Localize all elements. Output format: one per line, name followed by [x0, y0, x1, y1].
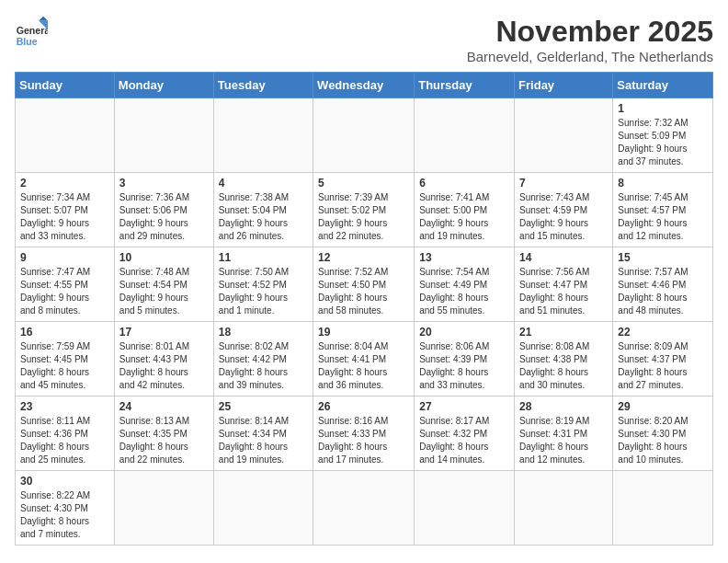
- week-row-6: 30Sunrise: 8:22 AM Sunset: 4:30 PM Dayli…: [16, 471, 713, 546]
- day-cell: 17Sunrise: 8:01 AM Sunset: 4:43 PM Dayli…: [114, 322, 213, 396]
- page-header: General Blue November 2025 Barneveld, Ge…: [15, 15, 713, 64]
- day-number: 16: [20, 326, 109, 339]
- day-cell: [415, 471, 515, 546]
- day-cell: [515, 98, 613, 173]
- day-cell: 22Sunrise: 8:09 AM Sunset: 4:37 PM Dayli…: [613, 322, 713, 396]
- day-info: Sunrise: 7:32 AM Sunset: 5:09 PM Dayligh…: [618, 117, 708, 168]
- day-cell: 7Sunrise: 7:43 AM Sunset: 4:59 PM Daylig…: [515, 173, 613, 247]
- day-number: 18: [219, 326, 308, 339]
- logo: General Blue: [15, 15, 48, 48]
- logo-icon: General Blue: [15, 15, 48, 48]
- day-cell: [613, 471, 713, 546]
- day-number: 13: [419, 251, 509, 264]
- day-cell: 11Sunrise: 7:50 AM Sunset: 4:52 PM Dayli…: [213, 247, 313, 322]
- day-cell: 14Sunrise: 7:56 AM Sunset: 4:47 PM Dayli…: [515, 247, 613, 322]
- day-info: Sunrise: 8:20 AM Sunset: 4:30 PM Dayligh…: [618, 415, 708, 466]
- weekday-header-sunday: Sunday: [16, 73, 115, 98]
- day-info: Sunrise: 8:02 AM Sunset: 4:42 PM Dayligh…: [219, 340, 308, 392]
- day-number: 11: [219, 251, 308, 264]
- week-row-5: 23Sunrise: 8:11 AM Sunset: 4:36 PM Dayli…: [16, 396, 713, 471]
- day-cell: 2Sunrise: 7:34 AM Sunset: 5:07 PM Daylig…: [16, 173, 115, 247]
- day-number: 1: [618, 102, 708, 115]
- day-cell: 5Sunrise: 7:39 AM Sunset: 5:02 PM Daylig…: [313, 173, 415, 247]
- week-row-4: 16Sunrise: 7:59 AM Sunset: 4:45 PM Dayli…: [16, 322, 713, 396]
- weekday-header-monday: Monday: [114, 73, 213, 98]
- day-number: 19: [318, 326, 409, 339]
- day-info: Sunrise: 8:17 AM Sunset: 4:32 PM Dayligh…: [419, 415, 509, 466]
- day-cell: 9Sunrise: 7:47 AM Sunset: 4:55 PM Daylig…: [16, 247, 115, 322]
- svg-marker-3: [39, 17, 48, 21]
- day-cell: 16Sunrise: 7:59 AM Sunset: 4:45 PM Dayli…: [16, 322, 115, 396]
- day-cell: 4Sunrise: 7:38 AM Sunset: 5:04 PM Daylig…: [213, 173, 313, 247]
- day-info: Sunrise: 8:22 AM Sunset: 4:30 PM Dayligh…: [20, 489, 109, 541]
- day-number: 25: [219, 400, 308, 413]
- day-cell: 28Sunrise: 8:19 AM Sunset: 4:31 PM Dayli…: [515, 396, 613, 471]
- day-number: 21: [519, 326, 608, 339]
- day-cell: 10Sunrise: 7:48 AM Sunset: 4:54 PM Dayli…: [114, 247, 213, 322]
- day-info: Sunrise: 8:19 AM Sunset: 4:31 PM Dayligh…: [519, 415, 608, 466]
- day-number: 4: [219, 177, 308, 190]
- day-cell: [515, 471, 613, 546]
- svg-text:General: General: [17, 25, 48, 36]
- day-number: 29: [618, 400, 708, 413]
- day-number: 3: [119, 177, 209, 190]
- title-block: November 2025 Barneveld, Gelderland, The…: [467, 15, 713, 64]
- day-cell: 1Sunrise: 7:32 AM Sunset: 5:09 PM Daylig…: [613, 98, 713, 173]
- day-info: Sunrise: 8:01 AM Sunset: 4:43 PM Dayligh…: [119, 340, 209, 392]
- day-info: Sunrise: 7:52 AM Sunset: 4:50 PM Dayligh…: [318, 266, 409, 317]
- day-info: Sunrise: 7:50 AM Sunset: 4:52 PM Dayligh…: [219, 266, 308, 317]
- day-info: Sunrise: 7:45 AM Sunset: 4:57 PM Dayligh…: [618, 191, 708, 243]
- day-cell: 8Sunrise: 7:45 AM Sunset: 4:57 PM Daylig…: [613, 173, 713, 247]
- day-info: Sunrise: 7:34 AM Sunset: 5:07 PM Dayligh…: [20, 191, 109, 243]
- day-cell: [16, 98, 115, 173]
- day-info: Sunrise: 8:13 AM Sunset: 4:35 PM Dayligh…: [119, 415, 209, 466]
- day-info: Sunrise: 7:48 AM Sunset: 4:54 PM Dayligh…: [119, 266, 209, 317]
- day-info: Sunrise: 8:04 AM Sunset: 4:41 PM Dayligh…: [318, 340, 409, 392]
- day-number: 2: [20, 177, 109, 190]
- weekday-header-tuesday: Tuesday: [213, 73, 313, 98]
- day-number: 8: [618, 177, 708, 190]
- day-cell: 3Sunrise: 7:36 AM Sunset: 5:06 PM Daylig…: [114, 173, 213, 247]
- day-cell: 13Sunrise: 7:54 AM Sunset: 4:49 PM Dayli…: [415, 247, 515, 322]
- location: Barneveld, Gelderland, The Netherlands: [467, 49, 713, 64]
- weekday-header-friday: Friday: [515, 73, 613, 98]
- day-cell: 27Sunrise: 8:17 AM Sunset: 4:32 PM Dayli…: [415, 396, 515, 471]
- day-number: 22: [618, 326, 708, 339]
- day-number: 15: [618, 251, 708, 264]
- day-info: Sunrise: 7:54 AM Sunset: 4:49 PM Dayligh…: [419, 266, 509, 317]
- day-cell: 29Sunrise: 8:20 AM Sunset: 4:30 PM Dayli…: [613, 396, 713, 471]
- day-info: Sunrise: 7:39 AM Sunset: 5:02 PM Dayligh…: [318, 191, 409, 243]
- week-row-2: 2Sunrise: 7:34 AM Sunset: 5:07 PM Daylig…: [16, 173, 713, 247]
- week-row-3: 9Sunrise: 7:47 AM Sunset: 4:55 PM Daylig…: [16, 247, 713, 322]
- day-number: 26: [318, 400, 409, 413]
- day-number: 10: [119, 251, 209, 264]
- day-number: 17: [119, 326, 209, 339]
- day-number: 27: [419, 400, 509, 413]
- day-cell: 15Sunrise: 7:57 AM Sunset: 4:46 PM Dayli…: [613, 247, 713, 322]
- day-cell: [114, 471, 213, 546]
- month-title: November 2025: [467, 15, 713, 49]
- day-info: Sunrise: 7:59 AM Sunset: 4:45 PM Dayligh…: [20, 340, 109, 392]
- day-cell: 19Sunrise: 8:04 AM Sunset: 4:41 PM Dayli…: [313, 322, 415, 396]
- weekday-header-wednesday: Wednesday: [313, 73, 415, 98]
- day-cell: [114, 98, 213, 173]
- day-cell: [213, 471, 313, 546]
- day-cell: 6Sunrise: 7:41 AM Sunset: 5:00 PM Daylig…: [415, 173, 515, 247]
- day-info: Sunrise: 8:08 AM Sunset: 4:38 PM Dayligh…: [519, 340, 608, 392]
- weekday-header-row: SundayMondayTuesdayWednesdayThursdayFrid…: [16, 73, 713, 98]
- day-info: Sunrise: 7:47 AM Sunset: 4:55 PM Dayligh…: [20, 266, 109, 317]
- week-row-1: 1Sunrise: 7:32 AM Sunset: 5:09 PM Daylig…: [16, 98, 713, 173]
- day-info: Sunrise: 7:36 AM Sunset: 5:06 PM Dayligh…: [119, 191, 209, 243]
- day-number: 14: [519, 251, 608, 264]
- day-info: Sunrise: 8:09 AM Sunset: 4:37 PM Dayligh…: [618, 340, 708, 392]
- day-info: Sunrise: 7:43 AM Sunset: 4:59 PM Dayligh…: [519, 191, 608, 243]
- day-cell: [313, 471, 415, 546]
- day-number: 24: [119, 400, 209, 413]
- day-info: Sunrise: 8:14 AM Sunset: 4:34 PM Dayligh…: [219, 415, 308, 466]
- day-number: 6: [419, 177, 509, 190]
- day-cell: 30Sunrise: 8:22 AM Sunset: 4:30 PM Dayli…: [16, 471, 115, 546]
- weekday-header-thursday: Thursday: [415, 73, 515, 98]
- day-cell: 26Sunrise: 8:16 AM Sunset: 4:33 PM Dayli…: [313, 396, 415, 471]
- day-info: Sunrise: 7:56 AM Sunset: 4:47 PM Dayligh…: [519, 266, 608, 317]
- day-number: 12: [318, 251, 409, 264]
